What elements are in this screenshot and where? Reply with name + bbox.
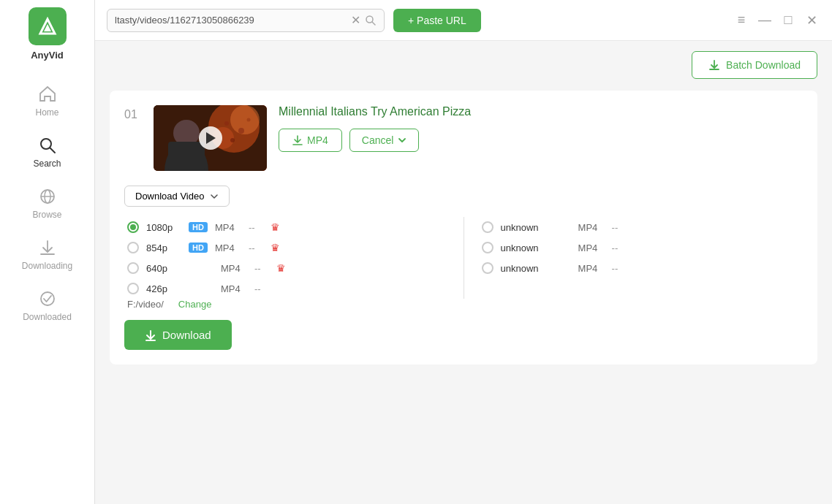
radio-640p[interactable] bbox=[127, 262, 139, 274]
browse-icon bbox=[37, 186, 58, 207]
sidebar-item-home[interactable]: Home bbox=[0, 75, 94, 126]
res-label-640p: 640p bbox=[146, 263, 181, 274]
sidebar-item-downloading[interactable]: Downloading bbox=[0, 229, 94, 280]
radio-unknown-2[interactable] bbox=[482, 242, 493, 253]
mp4-button[interactable]: MP4 bbox=[279, 129, 342, 152]
hd-badge-854p: HD bbox=[189, 243, 208, 253]
path-row: F:/video/ Change bbox=[124, 299, 803, 310]
batch-download-button[interactable]: Batch Download bbox=[692, 51, 817, 79]
play-button[interactable] bbox=[199, 126, 222, 150]
maximize-button[interactable]: □ bbox=[779, 12, 797, 28]
resolution-row-640p: 640p MP4 -- ♛ bbox=[124, 258, 449, 278]
dash-unknown-2: -- bbox=[612, 243, 627, 253]
crown-icon-1080p: ♛ bbox=[271, 221, 280, 233]
logo-area: AnyVid bbox=[29, 7, 67, 61]
format-640p: MP4 bbox=[221, 263, 247, 274]
url-text: ltasty/videos/1162713050866239 bbox=[115, 15, 347, 26]
video-info: Millennial Italians Try American Pizza M… bbox=[279, 105, 803, 152]
format-buttons: MP4 Cancel bbox=[279, 129, 803, 152]
sidebar: AnyVid Home Search Browse bbox=[0, 0, 95, 504]
cancel-button[interactable]: Cancel bbox=[349, 129, 420, 152]
video-title: Millennial Italians Try American Pizza bbox=[279, 105, 803, 118]
change-path-link[interactable]: Change bbox=[178, 299, 212, 310]
sidebar-item-search-label: Search bbox=[33, 159, 61, 169]
radio-dot-1080p bbox=[130, 224, 136, 230]
resolution-row-unknown-1: unknown MP4 -- bbox=[479, 217, 803, 237]
crown-icon-640p: ♛ bbox=[276, 262, 286, 274]
res-label-unknown-2: unknown bbox=[501, 243, 539, 253]
video-thumbnail[interactable] bbox=[154, 105, 267, 171]
svg-rect-18 bbox=[168, 142, 205, 171]
video-header: 01 bbox=[124, 105, 803, 171]
batch-download-label: Batch Download bbox=[726, 59, 801, 71]
cancel-btn-label: Cancel bbox=[362, 134, 394, 146]
app-name: AnyVid bbox=[31, 50, 64, 61]
dash-unknown-1: -- bbox=[612, 222, 627, 233]
radio-unknown-1[interactable] bbox=[482, 221, 493, 233]
track-number: 01 bbox=[124, 105, 142, 121]
resolution-row-1080p: 1080p HD MP4 -- ♛ bbox=[124, 217, 449, 237]
dropdown-label: Download Video bbox=[135, 191, 204, 202]
column-divider bbox=[464, 217, 464, 299]
dash-426p: -- bbox=[254, 283, 269, 294]
svg-point-19 bbox=[224, 121, 229, 126]
svg-point-8 bbox=[41, 292, 54, 305]
main-content: ltasty/videos/1162713050866239 ✕ + Paste… bbox=[95, 0, 832, 504]
res-label-426p: 426p bbox=[146, 283, 181, 294]
download-type-dropdown[interactable]: Download Video bbox=[124, 186, 230, 207]
sidebar-item-downloaded-label: Downloaded bbox=[23, 312, 72, 322]
format-1080p: MP4 bbox=[215, 222, 241, 233]
top-action-bar: Batch Download bbox=[95, 41, 832, 83]
resolution-container: 1080p HD MP4 -- ♛ 854p HD MP4 -- bbox=[124, 217, 803, 299]
window-controls: ≡ — □ ✕ bbox=[733, 12, 820, 28]
sidebar-item-browse-label: Browse bbox=[32, 210, 61, 220]
mp4-btn-label: MP4 bbox=[307, 134, 328, 146]
downloaded-icon bbox=[37, 289, 58, 309]
save-path: F:/video/ bbox=[127, 299, 164, 310]
resolution-row-unknown-2: unknown MP4 -- bbox=[479, 237, 803, 258]
svg-point-21 bbox=[230, 138, 235, 142]
content-area: 01 bbox=[95, 83, 832, 504]
dash-unknown-3: -- bbox=[612, 263, 627, 274]
url-bar: ltasty/videos/1162713050866239 ✕ bbox=[107, 9, 385, 32]
sidebar-item-home-label: Home bbox=[35, 107, 58, 118]
app-logo-icon bbox=[29, 7, 67, 45]
radio-854p[interactable] bbox=[127, 242, 139, 253]
svg-line-3 bbox=[50, 148, 55, 153]
svg-point-20 bbox=[238, 128, 244, 134]
res-label-854p: 854p bbox=[146, 243, 181, 253]
res-label-1080p: 1080p bbox=[146, 222, 181, 233]
resolution-right-column: unknown MP4 -- unknown MP4 -- bbox=[479, 217, 803, 299]
resolution-row-426p: 426p MP4 -- bbox=[124, 278, 449, 299]
svg-point-22 bbox=[247, 118, 251, 122]
url-clear-button[interactable]: ✕ bbox=[351, 15, 360, 26]
titlebar: ltasty/videos/1162713050866239 ✕ + Paste… bbox=[95, 0, 832, 41]
crown-icon-854p: ♛ bbox=[271, 242, 280, 253]
radio-426p[interactable] bbox=[127, 283, 139, 294]
resolution-row-unknown-3: unknown MP4 -- bbox=[479, 258, 803, 278]
home-icon bbox=[37, 84, 58, 104]
menu-button[interactable]: ≡ bbox=[733, 12, 750, 28]
sidebar-item-browse[interactable]: Browse bbox=[0, 177, 94, 229]
close-button[interactable]: ✕ bbox=[803, 12, 820, 28]
minimize-button[interactable]: — bbox=[756, 12, 774, 28]
res-label-unknown-1: unknown bbox=[501, 222, 539, 233]
hd-badge-1080p: HD bbox=[189, 222, 208, 232]
dash-640p: -- bbox=[254, 263, 269, 274]
res-label-unknown-3: unknown bbox=[501, 263, 539, 274]
search-icon bbox=[37, 135, 58, 156]
video-card: 01 bbox=[110, 91, 817, 364]
radio-1080p[interactable] bbox=[127, 221, 139, 233]
sidebar-item-downloading-label: Downloading bbox=[22, 261, 72, 271]
downloading-icon bbox=[37, 237, 58, 258]
play-triangle-icon bbox=[206, 132, 216, 144]
download-btn-label: Download bbox=[162, 329, 211, 341]
dash-854p: -- bbox=[249, 243, 263, 253]
svg-line-10 bbox=[372, 22, 375, 25]
sidebar-item-search[interactable]: Search bbox=[0, 126, 94, 177]
sidebar-item-downloaded[interactable]: Downloaded bbox=[0, 280, 94, 331]
svg-point-14 bbox=[230, 105, 260, 134]
radio-unknown-3[interactable] bbox=[482, 262, 493, 274]
paste-url-button[interactable]: + Paste URL bbox=[393, 9, 481, 32]
download-button[interactable]: Download bbox=[124, 320, 232, 350]
